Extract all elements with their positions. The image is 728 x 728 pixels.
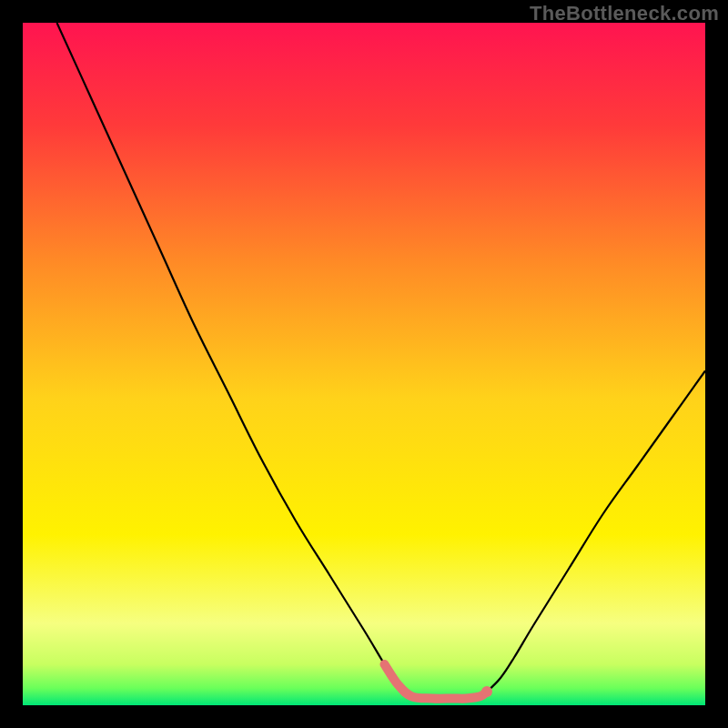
watermark-text: TheBottleneck.com <box>530 2 719 25</box>
plot-background-gradient <box>23 23 705 705</box>
optimal-range-end-dot <box>481 686 492 697</box>
chart-frame: TheBottleneck.com <box>0 0 728 728</box>
bottleneck-plot <box>0 0 728 728</box>
